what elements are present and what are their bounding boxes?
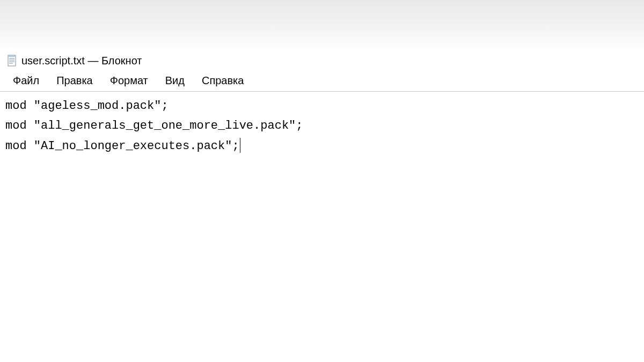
content-line: mod "AI_no_longer_executes.pack";	[5, 136, 639, 156]
menu-edit[interactable]: Правка	[48, 72, 101, 89]
window-title: user.script.txt — Блокнот	[21, 55, 142, 67]
window-top-gradient	[0, 0, 644, 51]
menubar: Файл Правка Формат Вид Справка	[0, 70, 644, 92]
titlebar: user.script.txt — Блокнот	[0, 51, 644, 70]
title-separator: —	[87, 55, 98, 67]
menu-file[interactable]: Файл	[4, 72, 48, 89]
svg-rect-1	[8, 55, 16, 57]
content-line: mod "ageless_mod.pack";	[5, 96, 639, 116]
title-appname: Блокнот	[101, 55, 142, 67]
content-text: mod "AI_no_longer_executes.pack";	[5, 139, 239, 153]
title-filename: user.script.txt	[21, 55, 85, 67]
content-line: mod "all_generals_get_one_more_live.pack…	[5, 116, 639, 136]
menu-view[interactable]: Вид	[157, 72, 193, 89]
text-cursor	[240, 138, 240, 153]
text-editor-area[interactable]: mod "ageless_mod.pack";mod "all_generals…	[0, 92, 644, 160]
menu-help[interactable]: Справка	[193, 72, 252, 89]
notepad-icon	[6, 54, 17, 67]
menu-format[interactable]: Формат	[101, 72, 157, 89]
